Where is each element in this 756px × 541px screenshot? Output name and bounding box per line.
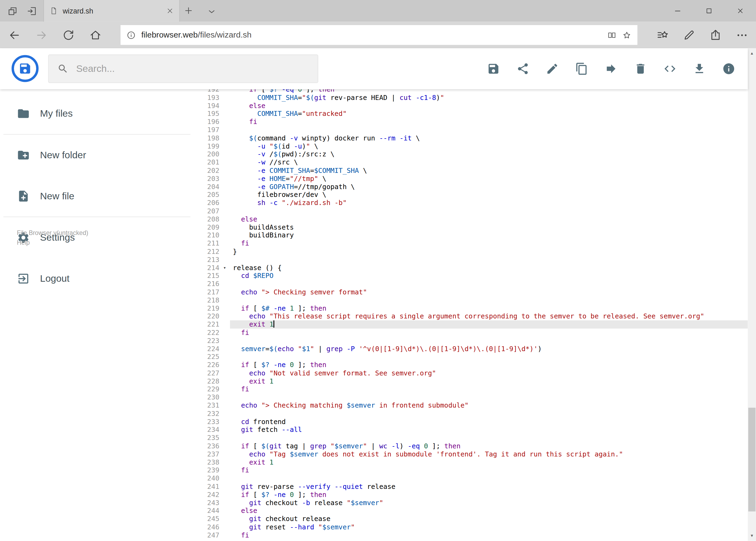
code-text[interactable]: fi [230,239,748,248]
help-link[interactable]: Help [17,238,89,248]
code-line[interactable]: 235 [195,434,748,442]
code-line[interactable]: 231 echo "> Checking matching $semver in… [195,401,748,409]
forward-button[interactable] [35,29,48,41]
code-text[interactable]: release () { [230,264,748,272]
code-line[interactable]: 213 [195,256,748,264]
code-line[interactable]: 200 -v /$(pwd):/src:z \ [195,150,748,158]
download-button[interactable] [693,62,706,75]
code-line[interactable]: 209 buildAssets [195,223,748,231]
info-button[interactable] [722,62,735,75]
code-line[interactable]: 238 exit 1 [195,458,748,466]
code-line[interactable]: 211 fi [195,239,748,248]
code-line[interactable]: 237 echo "Tag $semver does not exist in … [195,450,748,458]
code-text[interactable]: git rev-parse --verify --quiet release [230,482,748,490]
code-text[interactable] [230,207,748,215]
code-text[interactable]: echo "This release script requires a sin… [230,312,748,320]
favorites-hub-icon[interactable] [656,29,668,41]
fold-marker-icon[interactable]: ▾ [219,264,230,272]
code-line[interactable]: 227 echo "Not valid semver format. See s… [195,369,748,377]
filebrowser-logo[interactable] [12,55,39,82]
code-text[interactable]: if [ $? -ne 0 ]; then [230,361,748,369]
delete-button[interactable] [634,62,647,75]
code-text[interactable]: if [ $# -ne 1 ]; then [230,304,748,312]
site-info-icon[interactable] [126,30,136,40]
code-text[interactable]: fi [230,531,748,539]
code-line[interactable]: 218 [195,296,748,304]
browser-tab[interactable]: wizard.sh [44,0,180,22]
code-text[interactable] [230,280,748,288]
url-text[interactable]: filebrowser.web/files/wizard.sh [141,30,602,40]
new-tab-button[interactable] [183,5,194,16]
set-tabs-aside-icon[interactable] [26,6,37,16]
code-line[interactable]: 196 fi [195,118,748,126]
code-text[interactable]: } [230,248,748,256]
code-text[interactable]: exit 1 [230,320,748,328]
tabs-aside-list-icon[interactable] [7,6,18,16]
scrollbar[interactable]: ▲ ▼ [748,48,756,541]
code-line[interactable]: 195 COMMIT_SHA="untracked" [195,110,748,118]
code-text[interactable] [230,474,748,482]
code-line[interactable]: 236 if [ $(git tag | grep "$semver" | wc… [195,442,748,450]
code-line[interactable]: 245 git checkout release [195,515,748,523]
code-text[interactable] [230,296,748,304]
code-line[interactable]: 210 buildBinary [195,231,748,239]
code-line[interactable]: 232 [195,409,748,417]
code-line[interactable]: 246 git reset --hard "$semver" [195,523,748,531]
scrollbar-thumb[interactable] [748,408,755,511]
code-text[interactable]: exit 1 [230,377,748,385]
more-menu-icon[interactable] [736,29,748,41]
sidebar-item-new-folder[interactable]: New folder [0,135,195,176]
code-line[interactable]: 219 if [ $# -ne 1 ]; then [195,304,748,312]
code-text[interactable]: -e HOME="//tmp" \ [230,175,748,183]
code-line[interactable]: 217 echo "> Checking semver format" [195,288,748,296]
code-line[interactable]: 212} [195,248,748,256]
code-line[interactable]: 201 -w //src \ [195,158,748,166]
code-line[interactable]: 244 else [195,507,748,515]
scroll-down-arrow[interactable]: ▼ [748,532,756,540]
copy-button[interactable] [575,62,588,75]
code-text[interactable] [230,126,748,134]
sidebar-item-my-files[interactable]: My files [0,93,195,134]
code-line[interactable]: 220 echo "This release script requires a… [195,312,748,320]
code-line[interactable]: 223 [195,336,748,345]
code-text[interactable]: buildAssets [230,223,748,231]
code-text[interactable]: git checkout -b release "$semver" [230,499,748,507]
code-line[interactable]: 230 [195,393,748,401]
code-line[interactable]: 234 git fetch --all [195,426,748,434]
code-text[interactable]: -v /$(pwd):/src:z \ [230,150,748,158]
code-line[interactable]: 239 fi [195,466,748,474]
sidebar-item-logout[interactable]: Logout [0,258,195,299]
code-line[interactable]: 202 -e COMMIT_SHA=$COMMIT_SHA \ [195,166,748,175]
code-text[interactable]: fi [230,118,748,126]
search-box[interactable]: Search... [48,55,318,83]
code-line[interactable]: 198 $(command -v winpty) docker run --rm… [195,134,748,142]
code-line[interactable]: 226 if [ $? -ne 0 ]; then [195,361,748,369]
code-text[interactable]: git reset --hard "$semver" [230,523,748,531]
code-text[interactable]: -u "$(id -u)" \ [230,142,748,150]
code-text[interactable] [230,256,748,264]
annotate-pen-icon[interactable] [682,29,695,41]
code-text[interactable]: -w //src \ [230,158,748,166]
code-line[interactable]: 214▾release () { [195,264,748,272]
save-button[interactable] [487,62,500,75]
code-line[interactable]: 208 else [195,215,748,223]
sidebar-item-new-file[interactable]: New file [0,176,195,217]
browser-share-icon[interactable] [709,29,722,41]
code-line[interactable]: 247 fi [195,531,748,539]
code-text[interactable]: cd frontend [230,417,748,426]
move-button[interactable] [605,62,618,75]
code-text[interactable] [230,434,748,442]
code-line[interactable]: 194 else [195,102,748,110]
code-text[interactable]: exit 1 [230,458,748,466]
code-line[interactable]: 243 git checkout -b release "$semver" [195,499,748,507]
code-line[interactable]: 197 [195,126,748,134]
code-text[interactable]: filebrowser/dev \ [230,191,748,199]
code-text[interactable]: if [ $? -eq 0 ]; then [230,89,748,94]
code-text[interactable]: echo "> Checking matching $semver in fro… [230,401,748,409]
code-text[interactable]: else [230,215,748,223]
code-line[interactable]: 203 -e HOME="//tmp" \ [195,175,748,183]
code-line[interactable]: 228 exit 1 [195,377,748,385]
code-line[interactable]: 242 if [ $? -ne 0 ]; then [195,490,748,499]
code-line[interactable]: 204 -e GOPATH=//tmp/gopath \ [195,183,748,191]
close-button[interactable] [725,0,756,22]
